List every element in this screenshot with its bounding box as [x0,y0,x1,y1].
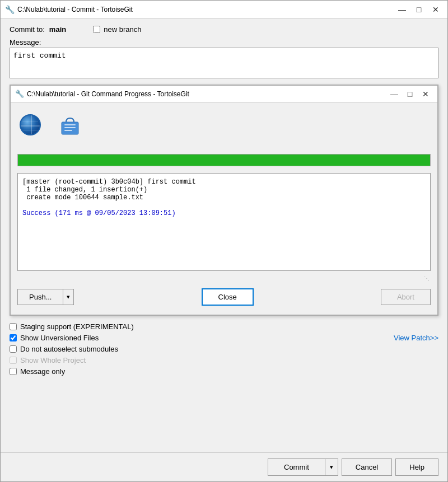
git-bag-icon [59,114,81,137]
main-content: Commit to: main new branch Message: firs… [1,18,447,452]
svg-rect-3 [64,130,72,131]
branch-name: main [49,25,66,34]
inner-close-action-button[interactable]: Close [202,288,254,306]
globe-icon [20,114,42,137]
minimize-button[interactable]: — [395,4,409,15]
commit-dropdown-button[interactable]: ▾ [325,458,338,476]
inner-content: [master (root-commit) 3b0c04b] first com… [11,102,437,315]
maximize-button[interactable]: □ [412,4,426,15]
animation-row [17,108,431,147]
message-input[interactable]: first commit [10,48,438,78]
staging-support-checkbox[interactable] [10,323,17,330]
output-line-3: create mode 100644 sample.txt [22,194,426,202]
view-patch-link[interactable]: View Patch>> [394,334,438,342]
show-whole-project-checkbox [10,357,17,364]
output-line-1: [master (root-commit) 3b0c04b] first com… [22,178,426,186]
commit-to-row: Commit to: main new branch [10,25,438,34]
output-box: [master (root-commit) 3b0c04b] first com… [17,173,431,271]
outer-window-controls: — □ ✕ [395,4,443,15]
bottom-bar: Commit ▾ Cancel Help [1,452,447,481]
inner-button-row: Push... ▾ Close Abort [17,286,431,309]
output-line-4 [22,202,426,209]
do-not-autoselect-row: Do not autoselect submodules [10,345,438,353]
push-button-group: Push... ▾ [17,289,74,305]
progress-bar-fill [18,155,430,166]
output-success-line: Success (171 ms @ 09/05/2023 13:09:51) [22,209,426,217]
outer-window-title: C:\Nulab\tutorial - Commit - TortoiseGit [17,6,395,13]
options-section: Staging support (EXPERIMENTAL) Show Unve… [10,322,438,380]
app-icon: 🔧 [5,5,14,14]
inner-window-controls: — □ ✕ [387,88,433,100]
show-unversioned-row: Show Unversioned Files [10,334,99,342]
commit-button[interactable]: Commit [268,458,325,476]
resize-handle: ⋱ [17,275,431,282]
close-outer-button[interactable]: ✕ [428,4,443,15]
message-label: Message: [10,38,438,46]
inner-window: 🔧 C:\Nulab\tutorial - Git Command Progre… [10,85,438,316]
staging-support-label: Staging support (EXPERIMENTAL) [20,322,134,331]
message-only-row: Message only [10,367,438,376]
inner-maximize-button[interactable]: □ [403,88,417,100]
inner-minimize-button[interactable]: — [387,88,402,100]
svg-rect-2 [64,127,76,128]
output-line-2: 1 file changed, 1 insertion(+) [22,186,426,194]
new-branch-label: new branch [104,25,141,34]
message-only-label: Message only [20,367,65,376]
abort-button[interactable]: Abort [381,289,431,305]
commit-to-label: Commit to: [10,25,45,34]
do-not-autoselect-label: Do not autoselect submodules [20,345,118,353]
show-whole-project-label: Show Whole Project [20,356,86,364]
new-branch-checkbox[interactable] [93,26,100,33]
svg-rect-1 [64,124,76,125]
inner-title-bar: 🔧 C:\Nulab\tutorial - Git Command Progre… [11,86,437,102]
show-unversioned-checkbox[interactable] [10,334,17,341]
inner-close-button[interactable]: ✕ [418,88,433,100]
show-unversioned-label: Show Unversioned Files [20,334,99,342]
message-section: Message: first commit [10,38,438,80]
message-only-checkbox[interactable] [10,368,17,375]
progress-bar-container [17,154,431,166]
commit-button-group: Commit ▾ [268,458,338,476]
inner-window-title: C:\Nulab\tutorial - Git Command Progress… [27,90,387,98]
push-dropdown-button[interactable]: ▾ [63,289,74,305]
staging-support-row: Staging support (EXPERIMENTAL) [10,322,438,331]
do-not-autoselect-checkbox[interactable] [10,345,17,353]
push-button[interactable]: Push... [17,289,63,305]
help-button[interactable]: Help [395,458,438,476]
cancel-button[interactable]: Cancel [342,458,392,476]
show-whole-project-row: Show Whole Project [10,356,438,364]
outer-title-bar: 🔧 C:\Nulab\tutorial - Commit - TortoiseG… [1,1,447,18]
outer-window: 🔧 C:\Nulab\tutorial - Commit - TortoiseG… [0,0,448,482]
new-branch-row: new branch [93,25,141,34]
inner-app-icon: 🔧 [15,90,24,98]
resize-dots: ⋱ [424,275,430,282]
